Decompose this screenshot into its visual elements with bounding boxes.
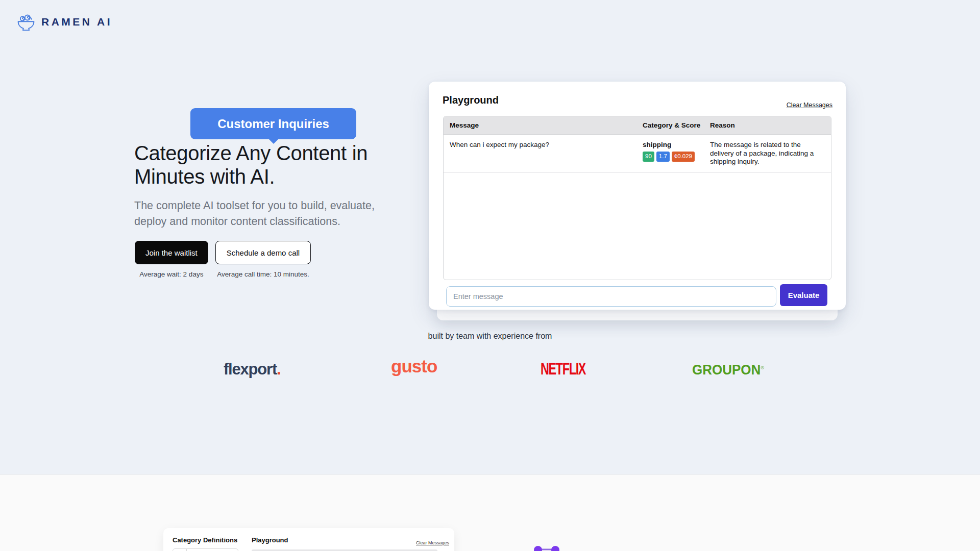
groupon-trademark: ® (761, 365, 764, 371)
schedule-demo-button[interactable]: Schedule a demo call (215, 241, 311, 264)
page-title: Categorize Any Content in Minutes with A… (134, 141, 389, 188)
message-input[interactable] (446, 286, 776, 307)
join-waitlist-button[interactable]: Join the waitlist (135, 241, 208, 264)
flexport-logo-text: flexport (224, 360, 277, 378)
built-by-caption: built by team with experience from (0, 332, 980, 341)
ramen-bowl-icon (17, 13, 35, 31)
score-badges: 90 1.7 ¢0.029 (643, 152, 698, 162)
preview-definition-box (173, 548, 238, 551)
demo-cta-group: Schedule a demo call Average call time: … (215, 241, 311, 278)
preview-clear-messages-link[interactable]: Clear Messages (416, 540, 449, 545)
confidence-score-badge: 90 (643, 152, 654, 162)
page-subtitle: The complete AI toolset for you to build… (134, 198, 407, 230)
waitlist-cta-group: Join the waitlist Average wait: 2 days (135, 241, 208, 278)
customer-inquiries-tooltip: Customer Inquiries (190, 108, 356, 139)
column-header-reason: Reason (704, 116, 831, 134)
tooltip-label: Customer Inquiries (217, 117, 329, 131)
waitlist-caption: Average wait: 2 days (139, 270, 203, 278)
preview-box-divider (186, 549, 187, 551)
playground-table: Message Category & Score Reason When can… (443, 116, 831, 280)
groupon-logo: GROUPON® (692, 362, 764, 379)
app-preview-card: Category Definitions Playground Clear Me… (163, 528, 454, 551)
playground-title: Playground (443, 94, 499, 106)
latency-score-badge: 1.7 (656, 152, 670, 162)
table-row: When can i expect my package? shipping 9… (444, 135, 831, 173)
category-label: shipping (643, 141, 698, 148)
reason-cell: The message is related to the delivery o… (704, 135, 831, 172)
column-header-message: Message (444, 116, 636, 134)
flexport-logo-dot: . (277, 360, 280, 378)
clear-messages-link[interactable]: Clear Messages (787, 102, 832, 109)
category-score-cell: shipping 90 1.7 ¢0.029 (636, 135, 704, 172)
evaluate-button[interactable]: Evaluate (780, 284, 827, 306)
brand-name: RAMEN AI (41, 16, 112, 28)
ramen-ai-landing-page: RAMEN AI Customer Inquiries Categorize A… (0, 0, 980, 551)
column-header-category-score: Category & Score (636, 116, 704, 134)
product-preview-section (0, 474, 980, 551)
demo-caption: Average call time: 10 minutes. (217, 270, 309, 278)
groupon-logo-text: GROUPON (692, 362, 761, 378)
flexport-logo: flexport. (224, 360, 281, 379)
cost-score-badge: ¢0.029 (672, 152, 695, 162)
netflix-logo: NETFLIX (541, 359, 585, 379)
tooltip-pointer (268, 139, 279, 144)
node-graph-illustration (531, 544, 562, 551)
preview-playground-title: Playground (252, 536, 288, 544)
message-cell: When can i expect my package? (444, 135, 636, 172)
gusto-logo: gusto (391, 356, 437, 377)
preview-category-definitions-title: Category Definitions (173, 536, 237, 544)
cta-row: Join the waitlist Average wait: 2 days S… (135, 241, 311, 278)
playground-card: Playground Clear Messages Message Catego… (429, 82, 846, 310)
top-nav: RAMEN AI (17, 13, 112, 31)
table-header-row: Message Category & Score Reason (444, 116, 831, 135)
